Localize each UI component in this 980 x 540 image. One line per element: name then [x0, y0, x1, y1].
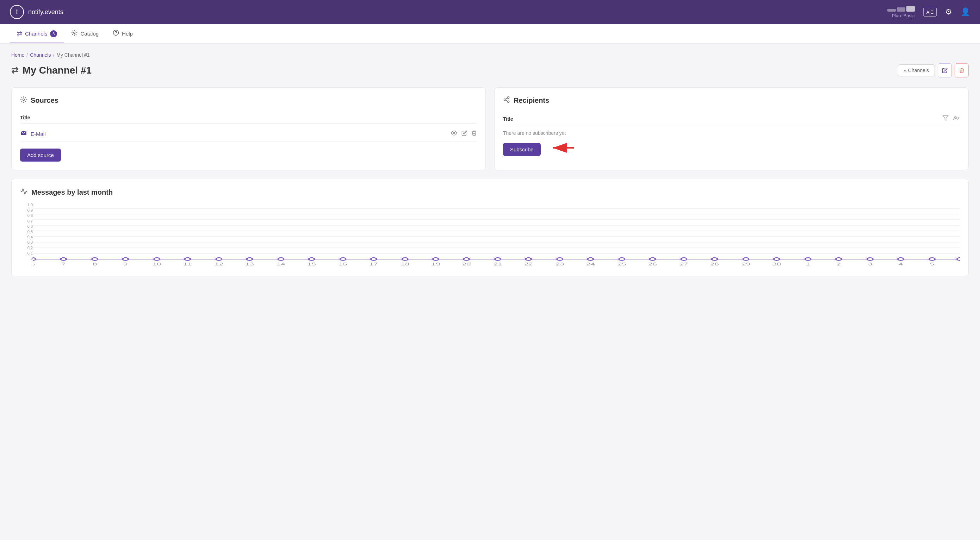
svg-point-47: [681, 258, 687, 260]
svg-text:11: 11: [183, 262, 192, 266]
channels-icon: ⇄: [17, 30, 22, 38]
svg-point-2: [23, 99, 25, 101]
breadcrumb-sep-1: /: [26, 52, 28, 58]
add-source-button[interactable]: Add source: [20, 149, 61, 162]
recipients-icons: [942, 115, 960, 123]
svg-point-39: [433, 258, 439, 260]
svg-point-5: [504, 99, 506, 101]
source-actions: [451, 130, 477, 138]
nav-channels[interactable]: ⇄ Channels 3: [10, 24, 64, 43]
chart-wrapper: 1.0 0.9 0.8 0.7 0.6 0.5 0.4 0.3 0.2 0.1 …: [20, 203, 960, 268]
svg-text:13: 13: [245, 262, 254, 266]
sources-title-text: Sources: [31, 97, 59, 105]
sources-table-header: Title: [20, 112, 477, 124]
source-email-name: E-Mail: [20, 130, 46, 137]
recipients-header-label: Title: [503, 116, 513, 122]
subscribe-button[interactable]: Subscribe: [503, 143, 541, 156]
help-icon: [113, 30, 119, 38]
svg-point-55: [929, 258, 935, 260]
page-title-text: My Channel #1: [22, 65, 92, 76]
svg-point-43: [557, 258, 563, 260]
source-email-label: E-Mail: [31, 131, 46, 137]
view-source-icon[interactable]: [451, 130, 457, 138]
svg-text:23: 23: [555, 262, 564, 266]
svg-point-53: [867, 258, 873, 260]
logo-icon: !: [10, 5, 24, 19]
svg-point-4: [508, 97, 509, 98]
breadcrumb: Home / Channels / My Channel #1: [11, 52, 969, 58]
sources-card-title: Sources: [20, 96, 477, 105]
sources-icon: [20, 96, 27, 105]
nav-help-label: Help: [122, 31, 133, 37]
edit-source-icon[interactable]: [461, 130, 467, 137]
svg-point-56: [957, 258, 960, 260]
svg-point-33: [247, 258, 252, 260]
svg-point-37: [371, 258, 377, 260]
chart-card: Messages by last month 1.0 0.9 0.8 0.7 0…: [11, 179, 969, 276]
filter-icon[interactable]: [942, 115, 949, 123]
plan-area: Plan: Basic: [887, 6, 915, 18]
plan-label: Plan: Basic: [892, 13, 915, 18]
main-content: Home / Channels / My Channel #1 ⇄ My Cha…: [0, 44, 980, 285]
breadcrumb-current: My Channel #1: [56, 52, 89, 58]
plan-bar-1: [887, 9, 896, 12]
settings-icon[interactable]: ⚙: [945, 7, 952, 17]
back-to-channels-button[interactable]: « Channels: [898, 64, 935, 76]
chart-icon: [20, 187, 28, 197]
svg-point-31: [185, 258, 190, 260]
svg-text:21: 21: [493, 262, 502, 266]
page-title-row: ⇄ My Channel #1 « Channels: [11, 64, 969, 78]
add-recipients-icon[interactable]: [953, 115, 960, 123]
svg-point-45: [619, 258, 625, 260]
recipients-icon: [503, 96, 510, 105]
svg-point-42: [526, 258, 531, 260]
channel-icon: ⇄: [11, 65, 18, 75]
svg-text:25: 25: [617, 262, 626, 266]
translation-button[interactable]: A|Ξ: [923, 8, 937, 17]
svg-point-27: [60, 258, 66, 260]
svg-point-30: [154, 258, 159, 260]
no-subscribers-text: There are no subscribers yet: [503, 130, 960, 136]
svg-point-26: [33, 258, 36, 260]
svg-text:9: 9: [123, 262, 127, 266]
svg-point-50: [774, 258, 780, 260]
page-title: ⇄ My Channel #1: [11, 65, 92, 76]
y-axis: 1.0 0.9 0.8 0.7 0.6 0.5 0.4 0.3 0.2 0.1 …: [20, 203, 33, 268]
breadcrumb-sep-2: /: [53, 52, 54, 58]
svg-point-34: [278, 258, 283, 260]
catalog-icon: [71, 30, 78, 38]
recipients-table-header: Title: [503, 112, 960, 126]
svg-text:3: 3: [868, 262, 872, 266]
breadcrumb-home[interactable]: Home: [11, 52, 24, 58]
svg-text:15: 15: [307, 262, 316, 266]
svg-point-3: [453, 132, 455, 134]
delete-source-icon[interactable]: [471, 130, 477, 137]
svg-point-51: [805, 258, 811, 260]
nav-channels-label: Channels: [25, 31, 47, 37]
user-icon[interactable]: 👤: [961, 7, 970, 17]
recipients-card-title: Recipients: [503, 96, 960, 105]
nav-help[interactable]: Help: [106, 24, 140, 43]
breadcrumb-channels[interactable]: Channels: [30, 52, 51, 58]
nav-catalog[interactable]: Catalog: [64, 24, 106, 43]
plan-bar-2: [897, 7, 905, 12]
svg-marker-9: [943, 116, 948, 121]
svg-point-54: [898, 258, 904, 260]
app-header: ! notify.events Plan: Basic A|Ξ ⚙ 👤: [0, 0, 980, 24]
delete-channel-button[interactable]: [955, 64, 969, 78]
sources-card: Sources Title E-Mail: [11, 87, 486, 170]
svg-line-8: [506, 98, 508, 99]
svg-point-38: [402, 258, 408, 260]
source-row-email: E-Mail: [20, 126, 477, 141]
edit-channel-button[interactable]: [938, 64, 952, 78]
nav-catalog-label: Catalog: [80, 31, 99, 37]
svg-text:5: 5: [930, 262, 935, 266]
chart-inner: 6 7 8 9 10 11 12 13 14 15 16 17 18 19 20…: [33, 203, 960, 268]
svg-text:1: 1: [806, 262, 810, 266]
svg-point-40: [464, 258, 469, 260]
svg-text:26: 26: [648, 262, 657, 266]
svg-point-41: [495, 258, 501, 260]
svg-point-6: [508, 101, 509, 102]
svg-text:27: 27: [679, 262, 688, 266]
svg-text:14: 14: [277, 262, 285, 266]
